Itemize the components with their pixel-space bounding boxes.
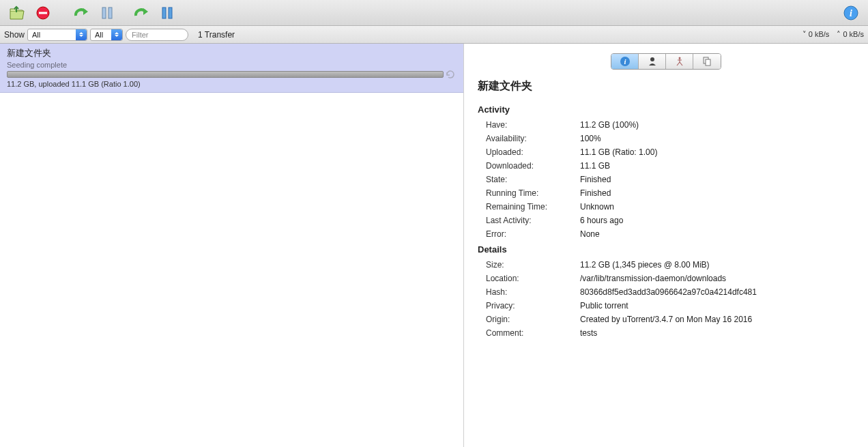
activity-row: Availability:100%	[478, 134, 854, 143]
detail-pane: i 新建文件夹 Activity Have:11.2 GB (100%)Avai…	[464, 44, 868, 447]
activity-value: 11.2 GB (100%)	[580, 120, 639, 130]
activity-heading: Activity	[478, 104, 854, 115]
pause-button[interactable]	[94, 3, 120, 23]
tab-info[interactable]: i	[611, 54, 639, 69]
activity-row: Error:None	[478, 229, 854, 239]
torrent-line: 11.2 GB, uploaded 11.1 GB (Ratio 1.00)	[7, 80, 457, 88]
activity-key: Availability:	[478, 134, 580, 143]
activity-value: 11.1 GB	[580, 161, 610, 171]
details-value: Public torrent	[580, 301, 628, 311]
detail-title: 新建文件夹	[478, 79, 854, 93]
speed-down: ˅ 0 kB/s	[802, 30, 830, 38]
activity-row: Running Time:Finished	[478, 188, 854, 198]
activity-key: Running Time:	[478, 188, 580, 198]
start-all-button[interactable]	[128, 3, 154, 23]
speed-stats: ˅ 0 kB/s ˄ 0 kB/s	[797, 30, 864, 39]
svg-point-10	[650, 57, 654, 61]
resume-icon[interactable]	[446, 70, 455, 79]
svg-rect-2	[102, 8, 106, 18]
activity-value: Finished	[580, 175, 611, 184]
progress-bar	[7, 71, 444, 78]
transfer-count: 1 Transfer	[198, 30, 235, 40]
torrent-status: Seeding complete	[7, 61, 457, 69]
details-key: Comment:	[478, 328, 580, 338]
start-button[interactable]	[68, 3, 94, 23]
torrent-list: 新建文件夹 Seeding complete 11.2 GB, uploaded…	[0, 44, 464, 447]
main-area: 新建文件夹 Seeding complete 11.2 GB, uploaded…	[0, 44, 868, 447]
activity-value: 11.1 GB (Ratio: 1.00)	[580, 147, 657, 157]
info-button[interactable]: i	[838, 3, 864, 23]
details-section: Size:11.2 GB (1,345 pieces @ 8.00 MiB)Lo…	[478, 260, 854, 338]
tracker-filter-select[interactable]: All	[90, 29, 123, 41]
activity-row: Downloaded:11.1 GB	[478, 161, 854, 171]
svg-rect-1	[39, 12, 47, 14]
details-row: Size:11.2 GB (1,345 pieces @ 8.00 MiB)	[478, 260, 854, 270]
details-key: Hash:	[478, 287, 580, 297]
activity-key: Error:	[478, 229, 580, 239]
svg-rect-5	[169, 8, 172, 18]
state-filter-value: All	[32, 31, 40, 39]
tab-peers[interactable]	[639, 54, 666, 69]
tab-files[interactable]	[693, 54, 721, 69]
activity-key: Remaining Time:	[478, 202, 580, 212]
open-button[interactable]	[4, 3, 30, 23]
activity-section: Have:11.2 GB (100%)Availability:100%Uplo…	[478, 120, 854, 239]
svg-rect-13	[706, 59, 710, 66]
speed-up: ˄ 0 kB/s	[837, 30, 864, 38]
activity-row: Uploaded:11.1 GB (Ratio: 1.00)	[478, 147, 854, 157]
pause-all-button[interactable]	[154, 3, 180, 23]
details-row: Privacy:Public torrent	[478, 301, 854, 311]
svg-rect-4	[162, 8, 166, 18]
activity-row: State:Finished	[478, 175, 854, 184]
tab-trackers[interactable]	[666, 54, 693, 69]
filter-input[interactable]	[126, 29, 188, 41]
state-filter-select[interactable]: All	[27, 29, 87, 41]
details-value: 80366d8f5ed3add3a0966642a97c0a4214dfc481	[580, 287, 757, 297]
activity-key: Uploaded:	[478, 147, 580, 157]
svg-rect-3	[108, 8, 112, 18]
activity-key: State:	[478, 175, 580, 184]
details-key: Location:	[478, 274, 580, 283]
activity-value: Finished	[580, 188, 611, 198]
details-heading: Details	[478, 244, 854, 255]
main-toolbar: i	[0, 0, 868, 26]
svg-text:i: i	[850, 8, 852, 18]
details-value: 11.2 GB (1,345 pieces @ 8.00 MiB)	[580, 260, 710, 270]
activity-value: 100%	[580, 134, 601, 143]
details-row: Location:/var/lib/transmission-daemon/do…	[478, 274, 854, 283]
detail-tabs: i	[478, 53, 854, 70]
activity-key: Downloaded:	[478, 161, 580, 171]
details-row: Origin:Created by uTorrent/3.4.7 on Mon …	[478, 315, 854, 324]
torrent-item[interactable]: 新建文件夹 Seeding complete 11.2 GB, uploaded…	[0, 44, 463, 93]
activity-value: 6 hours ago	[580, 216, 623, 225]
activity-row: Last Activity:6 hours ago	[478, 216, 854, 225]
remove-button[interactable]	[30, 3, 56, 23]
details-value: Created by uTorrent/3.4.7 on Mon May 16 …	[580, 315, 752, 324]
activity-row: Remaining Time:Unknown	[478, 202, 854, 212]
activity-key: Have:	[478, 120, 580, 130]
show-label: Show	[4, 30, 25, 40]
details-row: Comment:tests	[478, 328, 854, 338]
details-value: tests	[580, 328, 597, 338]
activity-key: Last Activity:	[478, 216, 580, 225]
activity-row: Have:11.2 GB (100%)	[478, 120, 854, 130]
details-row: Hash:80366d8f5ed3add3a0966642a97c0a4214d…	[478, 287, 854, 297]
tracker-filter-value: All	[95, 31, 103, 39]
status-bar: Show All All 1 Transfer ˅ 0 kB/s ˄ 0 kB/…	[0, 26, 868, 44]
details-key: Size:	[478, 260, 580, 270]
activity-value: None	[580, 229, 600, 239]
activity-value: Unknown	[580, 202, 614, 212]
details-key: Origin:	[478, 315, 580, 324]
details-value: /var/lib/transmission-daemon/downloads	[580, 274, 726, 283]
torrent-name: 新建文件夹	[7, 47, 457, 59]
details-key: Privacy:	[478, 301, 580, 311]
